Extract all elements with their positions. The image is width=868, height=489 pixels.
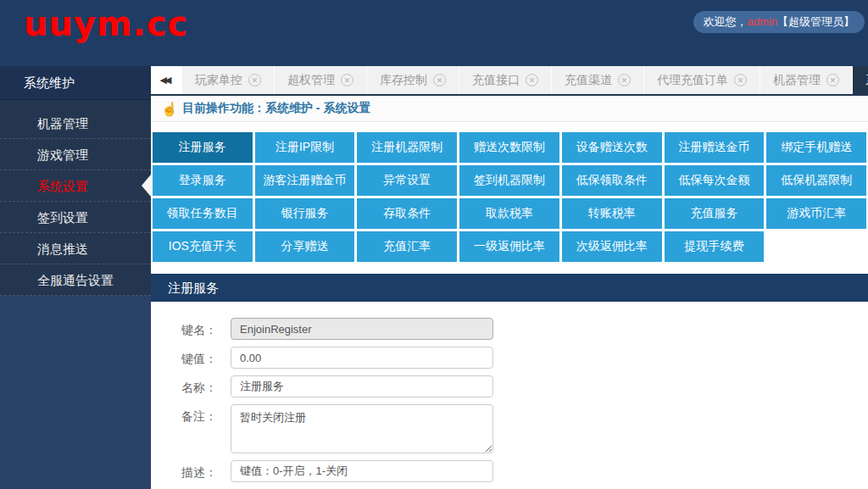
form-row-key-value: 键值： xyxy=(163,347,868,369)
key-value-label: 键值： xyxy=(163,347,217,369)
tab-close-icon[interactable]: ✕ xyxy=(618,74,631,86)
welcome-badge: 欢迎您，admin【超级管理员】 xyxy=(693,11,865,33)
sidebar-item-label: 游戏管理 xyxy=(37,147,88,162)
section-title: 注册服务 xyxy=(151,274,868,302)
setting-btn-withdraw-tax[interactable]: 取款税率 xyxy=(459,198,559,229)
setting-btn-signin-machine-limit[interactable]: 签到机器限制 xyxy=(459,165,559,196)
setting-btn-login-service[interactable]: 登录服务 xyxy=(153,165,253,196)
tab-label: 充值渠道 xyxy=(565,73,612,88)
description-label: 描述： xyxy=(163,460,217,482)
pointer-icon: ☝ xyxy=(161,101,178,117)
sidebar-item-label: 系统设置 xyxy=(37,179,88,193)
description-field[interactable] xyxy=(231,460,493,482)
setting-btn-task-claim-count[interactable]: 领取任务数目 xyxy=(153,198,253,229)
setting-btn-register-gift-coins[interactable]: 注册赠送金币 xyxy=(665,132,765,163)
sidebar-title: 系统维护 xyxy=(0,66,151,100)
tab-inventory-control[interactable]: 库存控制✕ xyxy=(367,66,459,94)
form-row-key-name: 键名： xyxy=(163,318,868,340)
tab-label: 玩家单控 xyxy=(195,73,242,88)
setting-btn-transfer-tax[interactable]: 转账税率 xyxy=(562,198,662,229)
tab-label: 超权管理 xyxy=(287,73,335,88)
tab-close-icon[interactable]: ✕ xyxy=(826,74,839,86)
sidebar-item-machine-manage[interactable]: 机器管理 xyxy=(0,108,151,139)
setting-btn-register-ip-limit[interactable]: 注册IP限制 xyxy=(255,132,355,163)
tab-label: 代理充值订单 xyxy=(657,73,728,88)
remark-label: 备注： xyxy=(163,404,217,453)
form-row-description: 描述： xyxy=(163,460,868,482)
setting-btn-device-gift-count[interactable]: 设备赠送次数 xyxy=(562,132,662,163)
tab-bar: ◀◀ 玩家单控✕ 超权管理✕ 库存控制✕ 充值接口✕ 充值渠道✕ 代理充值订单✕… xyxy=(151,66,868,96)
main-layout: 系统维护 机器管理 游戏管理 系统设置 签到设置 消息推送 全服通告设置 ◀◀ … xyxy=(0,66,868,489)
breadcrumb-text: 目前操作功能：系统维护 - 系统设置 xyxy=(182,101,370,116)
key-value-field[interactable] xyxy=(231,347,493,369)
sidebar-item-label: 全服通告设置 xyxy=(37,273,114,287)
tab-close-icon[interactable]: ✕ xyxy=(341,74,353,86)
key-name-label: 键名： xyxy=(163,318,217,340)
setting-btn-share-gift[interactable]: 分享赠送 xyxy=(255,231,355,262)
grid-empty-cell xyxy=(766,231,866,262)
name-label: 名称： xyxy=(163,375,217,397)
setting-btn-recharge-rate[interactable]: 充值汇率 xyxy=(357,231,457,262)
remark-field[interactable]: 暂时关闭注册 xyxy=(231,404,493,453)
tab-close-icon[interactable]: ✕ xyxy=(734,74,747,86)
sidebar-item-label: 消息推送 xyxy=(37,242,88,256)
setting-btn-ios-recharge-switch[interactable]: IOS充值开关 xyxy=(153,231,253,262)
key-name-field xyxy=(231,318,493,340)
site-logo: uuym.cc xyxy=(0,0,188,43)
active-item-arrow-icon xyxy=(142,175,151,197)
setting-btn-deposit-condition[interactable]: 存取条件 xyxy=(357,198,457,229)
tab-system-settings[interactable]: 系统设置✕ xyxy=(853,66,868,94)
sidebar-item-label: 机器管理 xyxy=(37,116,88,131)
setting-btn-guest-register-gift[interactable]: 游客注册赠金币 xyxy=(255,165,355,196)
setting-btn-withdraw-fee[interactable]: 提现手续费 xyxy=(665,231,765,262)
settings-button-grid: 注册服务 注册IP限制 注册机器限制 赠送次数限制 设备赠送次数 注册赠送金币 … xyxy=(151,122,868,262)
setting-btn-bind-phone-gift[interactable]: 绑定手机赠送 xyxy=(766,132,866,163)
tab-super-permission[interactable]: 超权管理✕ xyxy=(275,66,366,94)
tab-agent-recharge-orders[interactable]: 代理充值订单✕ xyxy=(644,66,760,94)
tab-close-icon[interactable]: ✕ xyxy=(526,74,538,86)
content-area: ◀◀ 玩家单控✕ 超权管理✕ 库存控制✕ 充值接口✕ 充值渠道✕ 代理充值订单✕… xyxy=(151,66,868,489)
sidebar-item-game-manage[interactable]: 游戏管理 xyxy=(0,139,151,170)
form-row-name: 名称： xyxy=(163,375,868,397)
sidebar-menu: 机器管理 游戏管理 系统设置 签到设置 消息推送 全服通告设置 xyxy=(0,100,151,296)
breadcrumb: ☝ 目前操作功能：系统维护 - 系统设置 xyxy=(151,96,868,122)
tab-label: 机器管理 xyxy=(773,73,821,88)
name-field[interactable] xyxy=(231,375,493,397)
tab-player-control[interactable]: 玩家单控✕ xyxy=(182,66,274,94)
tab-recharge-channel[interactable]: 充值渠道✕ xyxy=(552,66,643,94)
sidebar-item-system-settings[interactable]: 系统设置 xyxy=(0,170,151,202)
collapse-tabs-icon[interactable]: ◀◀ xyxy=(151,66,181,94)
username: admin xyxy=(748,15,777,28)
setting-btn-subsistence-claim-condition[interactable]: 低保领取条件 xyxy=(562,165,662,196)
setting-btn-game-coin-rate[interactable]: 游戏币汇率 xyxy=(766,198,866,229)
setting-btn-abnormal-settings[interactable]: 异常设置 xyxy=(357,165,457,196)
setting-btn-recharge-service[interactable]: 充值服务 xyxy=(665,198,765,229)
setting-btn-gift-count-limit[interactable]: 赠送次数限制 xyxy=(459,132,559,163)
setting-btn-register-machine-limit[interactable]: 注册机器限制 xyxy=(357,132,457,163)
form-row-remark: 备注： 暂时关闭注册 xyxy=(163,404,868,453)
user-role: 【超级管理员】 xyxy=(777,15,854,28)
tab-label: 充值接口 xyxy=(472,73,520,88)
tab-recharge-api[interactable]: 充值接口✕ xyxy=(459,66,551,94)
tab-close-icon[interactable]: ✕ xyxy=(248,74,261,86)
setting-btn-register-service[interactable]: 注册服务 xyxy=(153,132,253,163)
sidebar-item-message-push[interactable]: 消息推送 xyxy=(0,233,151,264)
tab-label: 库存控制 xyxy=(380,73,427,88)
setting-btn-subsistence-machine-limit[interactable]: 低保机器限制 xyxy=(766,165,866,196)
tab-close-icon[interactable]: ✕ xyxy=(433,74,446,86)
register-service-form: 键名： 键值： 名称： 备注： 暂时关闭注册 描述： xyxy=(151,302,868,489)
sidebar-item-signin-settings[interactable]: 签到设置 xyxy=(0,202,151,233)
sidebar: 系统维护 机器管理 游戏管理 系统设置 签到设置 消息推送 全服通告设置 xyxy=(0,66,151,489)
setting-btn-level2-rebate[interactable]: 次级返佣比率 xyxy=(562,231,662,262)
setting-btn-level1-rebate[interactable]: 一级返佣比率 xyxy=(459,231,559,262)
setting-btn-subsistence-amount[interactable]: 低保每次金额 xyxy=(665,165,765,196)
sidebar-item-global-announce[interactable]: 全服通告设置 xyxy=(0,264,151,296)
top-header: uuym.cc 欢迎您，admin【超级管理员】 xyxy=(0,0,868,66)
welcome-prefix: 欢迎您， xyxy=(704,15,748,28)
tab-machine-manage[interactable]: 机器管理✕ xyxy=(760,66,852,94)
sidebar-item-label: 签到设置 xyxy=(37,210,88,225)
setting-btn-bank-service[interactable]: 银行服务 xyxy=(255,198,355,229)
